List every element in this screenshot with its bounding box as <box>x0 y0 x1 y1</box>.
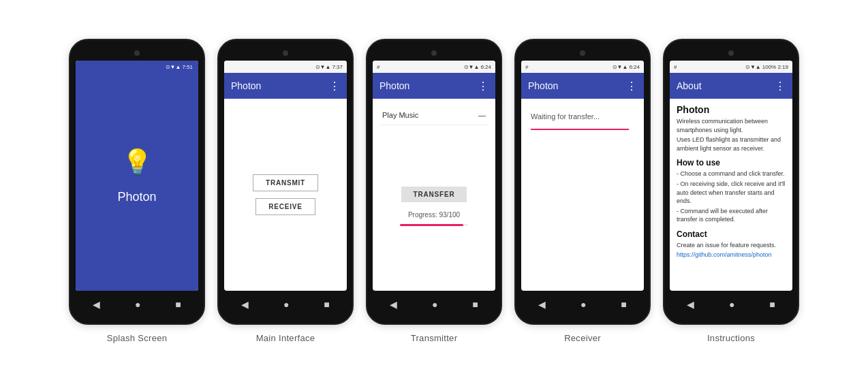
about-content: PhotonWireless communication between sma… <box>670 99 792 291</box>
waiting-text: Waiting for transfer... <box>528 106 602 127</box>
status-right: ⊙▼▲6:24 <box>464 64 491 70</box>
phone-wrapper-receiver: #⊙▼▲6:24Photon⋮Waiting for transfer...◀●… <box>514 39 651 343</box>
phone-camera <box>728 50 734 56</box>
home-nav-icon[interactable]: ● <box>135 299 140 310</box>
screen-transmitter: #⊙▼▲6:24Photon⋮Play Music—TRANSFERProgre… <box>373 61 495 291</box>
transfer-button[interactable]: TRANSFER <box>401 187 467 202</box>
about-tech-desc: Uses LED flashlight as transmitter and a… <box>677 136 786 153</box>
back-nav-icon[interactable]: ◀ <box>538 299 546 310</box>
home-nav-icon[interactable]: ● <box>580 299 586 310</box>
screen-about: #⊙▼▲100% 2:19About⋮PhotonWireless commun… <box>670 61 792 291</box>
status-icons: ⊙▼▲ <box>166 64 181 70</box>
status-left: # <box>525 64 528 70</box>
status-bar: #⊙▼▲6:24 <box>373 61 495 73</box>
screen-splash: ⊙▼▲7:51💡Photon <box>76 61 198 291</box>
how-to-use-item-1: - On receiving side, click receive and i… <box>677 180 786 206</box>
menu-icon[interactable]: ⋮ <box>626 80 637 93</box>
nav-bar: ◀●■ <box>224 292 347 317</box>
app-bar: Photon⋮ <box>224 73 347 99</box>
phone-label-transmitter: Transmitter <box>411 333 458 343</box>
status-time: 6:24 <box>629 64 640 70</box>
status-icons: ⊙▼▲ <box>745 64 761 70</box>
app-bar: Photon⋮ <box>373 73 495 99</box>
home-nav-icon[interactable]: ● <box>283 299 289 310</box>
about-app-name: Photon <box>677 104 786 115</box>
home-nav-icon[interactable]: ● <box>432 299 437 310</box>
main-content: TRANSMITRECEIVE <box>224 99 347 291</box>
phone-camera <box>431 50 437 56</box>
nav-bar: ◀●■ <box>521 292 644 317</box>
phone-wrapper-transmitter: #⊙▼▲6:24Photon⋮Play Music—TRANSFERProgre… <box>366 39 502 343</box>
back-nav-icon[interactable]: ◀ <box>390 299 397 310</box>
play-music-label: Play Music <box>382 111 418 119</box>
how-to-use-item-0: - Choose a command and click transfer. <box>677 170 786 178</box>
receiver-content: Waiting for transfer... <box>521 99 644 291</box>
status-right: ⊙▼▲7:37 <box>315 64 343 70</box>
phone-camera <box>580 50 585 56</box>
status-bar: #⊙▼▲100% 2:19 <box>670 61 792 73</box>
about-app-desc: Wireless communication between smartphon… <box>677 117 786 134</box>
btn-receive[interactable]: RECEIVE <box>255 198 315 215</box>
app-bar-title: Photon <box>231 80 261 91</box>
status-icons: ⊙▼▲ <box>464 64 480 70</box>
phone-main: ⊙▼▲7:37Photon⋮TRANSMITRECEIVE◀●■ <box>217 39 354 325</box>
phone-camera <box>283 50 288 56</box>
progress-fill <box>400 224 463 226</box>
app-bar: Photon⋮ <box>521 73 644 99</box>
phone-label-about: Instructions <box>707 333 755 343</box>
phone-label-main: Main Interface <box>256 333 315 343</box>
phone-wrapper-about: #⊙▼▲100% 2:19About⋮PhotonWireless commun… <box>663 39 799 343</box>
app-bar: About⋮ <box>670 73 792 99</box>
recents-nav-icon[interactable]: ■ <box>324 299 329 310</box>
screen-main: ⊙▼▲7:37Photon⋮TRANSMITRECEIVE <box>224 61 347 291</box>
status-icons: ⊙▼▲ <box>315 64 331 70</box>
back-nav-icon[interactable]: ◀ <box>687 299 694 310</box>
app-bar-title: Photon <box>379 80 409 91</box>
home-nav-icon[interactable]: ● <box>729 299 734 310</box>
phone-camera <box>134 50 140 56</box>
status-left: # <box>674 64 677 70</box>
phone-about: #⊙▼▲100% 2:19About⋮PhotonWireless commun… <box>663 39 799 325</box>
recents-nav-icon[interactable]: ■ <box>769 299 775 310</box>
status-bar: ⊙▼▲7:37 <box>224 61 347 73</box>
phone-wrapper-splash: ⊙▼▲7:51💡Photon◀●■Splash Screen <box>69 39 205 343</box>
menu-icon[interactable]: ⋮ <box>478 80 489 93</box>
menu-icon[interactable]: ⋮ <box>775 80 786 93</box>
app-bar-title: About <box>677 80 702 91</box>
status-time: 6:24 <box>480 64 491 70</box>
phone-label-splash: Splash Screen <box>107 333 167 343</box>
about-github-link[interactable]: https://github.com/amitness/photon <box>677 251 786 258</box>
back-nav-icon[interactable]: ◀ <box>241 299 249 310</box>
play-music-option[interactable]: Play Music— <box>379 106 489 125</box>
about-how-title: How to use <box>677 158 786 168</box>
status-left: # <box>377 64 379 70</box>
progress-label: Progress: 93/100 <box>408 211 460 219</box>
phones-container: ⊙▼▲7:51💡Photon◀●■Splash Screen⊙▼▲7:37Pho… <box>69 39 799 343</box>
btn-transmit[interactable]: TRANSMIT <box>253 174 318 191</box>
splash-screen: ⊙▼▲7:51💡Photon <box>76 61 198 291</box>
status-time: 7:51 <box>182 64 193 70</box>
recents-nav-icon[interactable]: ■ <box>472 299 478 310</box>
status-time: 100% 2:19 <box>762 64 788 70</box>
status-right: ⊙▼▲100% 2:19 <box>745 64 788 70</box>
nav-bar: ◀●■ <box>76 292 198 317</box>
about-contact-desc: Create an issue for feature requests. <box>677 241 786 250</box>
about-contact-title: Contact <box>677 229 786 239</box>
recents-nav-icon[interactable]: ■ <box>621 299 626 310</box>
status-time: 7:37 <box>332 64 343 70</box>
back-nav-icon[interactable]: ◀ <box>93 299 100 310</box>
status-bar: #⊙▼▲6:24 <box>521 61 644 73</box>
phone-transmitter: #⊙▼▲6:24Photon⋮Play Music—TRANSFERProgre… <box>366 39 502 325</box>
phone-splash: ⊙▼▲7:51💡Photon◀●■ <box>69 39 205 325</box>
recents-nav-icon[interactable]: ■ <box>175 299 181 310</box>
splash-app-title: Photon <box>117 190 156 204</box>
status-right: ⊙▼▲6:24 <box>613 64 640 70</box>
transmitter-content: Play Music—TRANSFERProgress: 93/100 <box>373 99 495 291</box>
screen-receiver: #⊙▼▲6:24Photon⋮Waiting for transfer... <box>521 61 644 291</box>
menu-icon[interactable]: ⋮ <box>329 80 340 93</box>
status-icons: ⊙▼▲ <box>613 64 628 70</box>
progress-track <box>400 224 468 226</box>
receiver-progress-line <box>531 129 629 130</box>
nav-bar: ◀●■ <box>670 292 792 317</box>
phone-wrapper-main: ⊙▼▲7:37Photon⋮TRANSMITRECEIVE◀●■Main Int… <box>217 39 354 343</box>
